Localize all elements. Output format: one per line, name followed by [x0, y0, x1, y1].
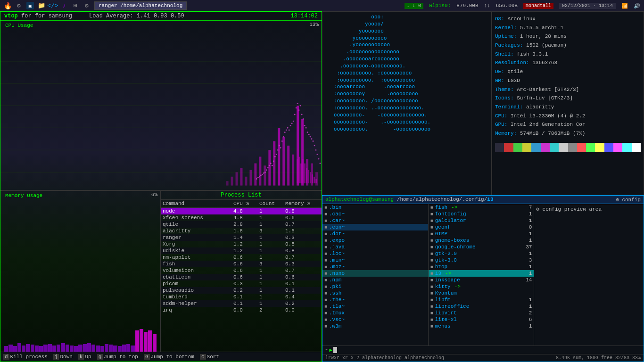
footer-jump-top[interactable]: g Jump to top: [97, 354, 138, 360]
file-browser-row[interactable]: ■ .expo: [322, 237, 428, 244]
settings-icon[interactable]: ⚙: [15, 2, 23, 9]
svg-rect-74: [300, 164, 302, 183]
file-browser-row[interactable]: ■ libreoffice1: [429, 303, 534, 310]
music-icon[interactable]: ♪: [60, 2, 68, 9]
process-row[interactable]: qtile2.810.7: [161, 221, 322, 228]
terminal-icon[interactable]: ▣: [26, 2, 34, 9]
file-browser-row[interactable]: ■ Kvantum: [429, 290, 534, 296]
footer-sort[interactable]: c Sort: [200, 354, 219, 360]
file-browser-row[interactable]: ■ libfm1: [429, 296, 534, 303]
process-panel: Process List Command CPU % Count Memory …: [161, 190, 322, 352]
footer-kill[interactable]: d Kill process: [3, 354, 48, 360]
proc-col-count: Count: [259, 201, 285, 206]
files-icon[interactable]: 📁: [38, 2, 45, 9]
file-browser-row[interactable]: ■ GIMP1: [429, 230, 534, 237]
svg-rect-78: [308, 170, 309, 183]
file-browser-row[interactable]: ■ .car~: [322, 217, 428, 224]
file-browser-row[interactable]: ■ .min~: [322, 257, 428, 263]
terminal-body[interactable]: ■ .bin■ .cac~■ .car~■ .con~■ .dot~■ .exp…: [322, 204, 644, 346]
neofetch-ascii: ooo: yoooo/ yooooooo yoooooooooo .yooooo…: [324, 14, 489, 132]
footer-jump-bottom[interactable]: G Jump to bottom: [144, 354, 194, 360]
vtop-bottom: Memory Usage 6%: [0, 190, 322, 352]
vtop-header: vtop for for samsung Load Average: 1.41 …: [0, 12, 322, 21]
svg-point-34: [267, 167, 269, 169]
process-row[interactable]: pulseaudio0.210.1: [161, 287, 322, 294]
code-icon[interactable]: </>: [49, 2, 57, 9]
file-browser-row[interactable]: ■ galculator1: [429, 217, 534, 224]
file-browser-row[interactable]: ■ .w3m: [322, 323, 428, 329]
process-row[interactable]: alacritty1.831.5: [161, 228, 322, 234]
file-browser-row[interactable]: ■ gnome-boxes1: [429, 237, 534, 244]
sysinfo-panel: OS: ArcoLinux Kernel: 5.15.5-arch1-1 Upt…: [492, 11, 644, 195]
process-row[interactable]: xfce4-screens4.810.6: [161, 214, 322, 221]
right-panels: ooo: yoooo/ yooooooo yoooooooooo .yooooo…: [322, 11, 644, 362]
file-browser-row[interactable]: ■ i3->1: [429, 270, 534, 277]
file-browser-row[interactable]: ■ fontconfig1: [429, 211, 534, 217]
taskbar-app-ranger[interactable]: ranger /home/alphatechnolog: [94, 1, 187, 10]
file-browser-row[interactable]: ■ .the~: [322, 296, 428, 303]
file-browser-row[interactable]: ■ .npm: [322, 277, 428, 283]
process-row[interactable]: volumeicon0.610.7: [161, 267, 322, 274]
file-browser-row[interactable]: ■ google-chrome37: [429, 244, 534, 250]
file-browser-row[interactable]: ■ kitty->: [429, 283, 534, 290]
svg-point-65: [311, 138, 313, 140]
gear-icon[interactable]: ⚙: [83, 2, 91, 9]
file-browser-row[interactable]: ■ .moz~: [322, 263, 428, 270]
svg-point-30: [262, 174, 263, 175]
process-row[interactable]: Xorg1.210.5: [161, 241, 322, 247]
process-row[interactable]: ranger1.410.3: [161, 234, 322, 241]
file-browser-row[interactable]: ■ .tmux: [322, 310, 428, 316]
file-browser-row[interactable]: ■ libvirt2: [429, 310, 534, 316]
file-browser-row[interactable]: ■ .tla~: [322, 303, 428, 310]
svg-point-32: [264, 172, 266, 173]
file-browser-row[interactable]: ■ inkscape14: [429, 277, 534, 283]
process-row[interactable]: cbatticon0.610.6: [161, 274, 322, 280]
file-browser-row[interactable]: ■ .ssh: [322, 290, 428, 296]
process-row[interactable]: picom0.310.1: [161, 280, 322, 287]
file-browser-row[interactable]: ■ .dot~: [322, 230, 428, 237]
process-row[interactable]: udiskie1.210.8: [161, 247, 322, 254]
process-row[interactable]: fish0.630.3: [161, 261, 322, 267]
process-row[interactable]: nm-applet0.610.7: [161, 254, 322, 261]
file-browser-row[interactable]: ■ gtk-2.01: [429, 250, 534, 257]
file-browser-middle[interactable]: ■ fish->7■ fontconfig1■ galculator1■ gco…: [429, 204, 535, 346]
process-row[interactable]: node4.810.8: [161, 208, 322, 214]
process-row[interactable]: tumblerd0.110.4: [161, 294, 322, 300]
footer-down[interactable]: j Down: [53, 354, 73, 360]
svg-point-36: [270, 163, 272, 164]
file-browser-row[interactable]: ■ .cac~: [322, 211, 428, 217]
process-row[interactable]: irq0.020.0: [161, 307, 322, 313]
file-browser-row[interactable]: ■ lite-xl6: [429, 316, 534, 323]
footer-up[interactable]: k Up: [78, 354, 91, 360]
footer-permissions: lrwxr-xr-x 2 alphatechnolog alphatechnol…: [325, 355, 444, 361]
screenshot-icon[interactable]: ⊞: [72, 2, 79, 9]
firefox-icon[interactable]: 🔥: [4, 2, 11, 9]
svg-rect-72: [297, 159, 298, 183]
svg-point-63: [308, 134, 310, 135]
file-browser-left[interactable]: ■ .bin■ .cac~■ .car~■ .con~■ .dot~■ .exp…: [322, 204, 429, 346]
svg-point-52: [293, 121, 294, 122]
file-browser-row[interactable]: ■ gtk-3.03: [429, 257, 534, 263]
terminal-active-file: ⚙ config: [616, 197, 641, 203]
svg-rect-80: [312, 174, 313, 183]
terminal-panel: alphatechnolog@samsung /home/alphatechno…: [322, 195, 644, 362]
svg-rect-15: [268, 150, 271, 185]
color-swatches: [495, 143, 641, 152]
file-browser-row[interactable]: ■ gconf0: [429, 224, 534, 230]
file-browser-row[interactable]: ■ htop1: [429, 263, 534, 270]
svg-point-67: [314, 145, 315, 146]
svg-point-58: [301, 114, 303, 115]
file-browser-row[interactable]: ■ .java: [322, 244, 428, 250]
file-browser-row[interactable]: ■ fish->7: [429, 204, 534, 211]
file-browser-row[interactable]: ■ .bin: [322, 204, 428, 211]
file-browser-row[interactable]: ■ .con~: [322, 224, 428, 230]
svg-rect-13: [259, 156, 261, 185]
file-browser-row[interactable]: ■ .nano: [322, 270, 428, 277]
file-browser-row[interactable]: ■ .vsc~: [322, 316, 428, 323]
prompt-arrow-icon: ▶: [330, 347, 333, 353]
process-row[interactable]: sddm-helper0.110.2: [161, 300, 322, 307]
terminal-prompt[interactable]: ~ ▶: [322, 346, 644, 354]
file-browser-row[interactable]: ■ menus1: [429, 323, 534, 329]
file-browser-row[interactable]: ■ .loc~: [322, 250, 428, 257]
file-browser-row[interactable]: ■ .pki: [322, 283, 428, 290]
